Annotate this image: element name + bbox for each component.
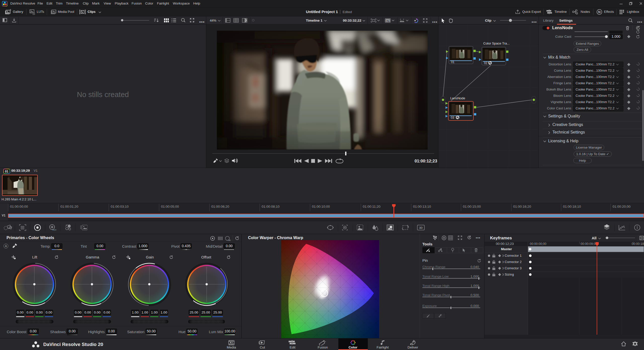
svg-text:fx: fx (598, 10, 601, 14)
svg-text:02: 02 (484, 61, 488, 65)
svg-text:LOG: LOG (228, 239, 231, 241)
svg-text:01:00:00;00: 01:00:00;00 (10, 205, 28, 208)
svg-text:01: 01 (451, 60, 455, 64)
svg-text:01:00:16;20: 01:00:16;20 (513, 205, 531, 208)
svg-text:HQ: HQ (386, 20, 389, 22)
svg-text:03: 03 (451, 116, 454, 119)
svg-text:01:00:18;10: 01:00:18;10 (563, 205, 581, 208)
svg-text:01:00:05;00: 01:00:05;00 (161, 205, 179, 208)
svg-text:01:00:20;00: 01:00:20;00 (613, 205, 630, 208)
svg-text:01:00:13;10: 01:00:13;10 (413, 205, 431, 208)
svg-text:HDR: HDR (52, 229, 56, 231)
svg-text:Color Space Tra...: Color Space Tra... (483, 41, 510, 45)
svg-text:LensNode: LensNode (450, 96, 465, 100)
svg-text:01:00:10;00: 01:00:10;00 (312, 205, 330, 208)
svg-text:3D: 3D (419, 226, 423, 229)
svg-text:01:00:15;00: 01:00:15;00 (463, 205, 481, 208)
svg-text:01:00:08;10: 01:00:08;10 (262, 205, 279, 208)
svg-text:01: 01 (5, 170, 9, 173)
svg-text:01:00:06;20: 01:00:06;20 (211, 205, 229, 208)
svg-text:01:00:11;20: 01:00:11;20 (363, 205, 380, 208)
svg-text:01:00:03;10: 01:00:03;10 (111, 205, 129, 208)
svg-text:01:00:01;20: 01:00:01;20 (60, 205, 78, 208)
